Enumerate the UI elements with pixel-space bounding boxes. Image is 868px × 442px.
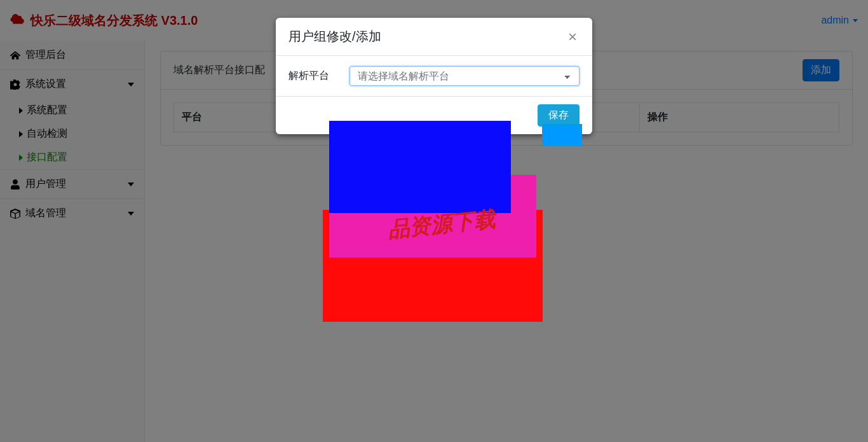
overlay-text-1: K-铭 [332,161,387,198]
overlay-band [542,124,582,146]
platform-select[interactable]: 请选择域名解析平台 [349,66,580,86]
modal-title: 用户组修改/添加 [288,28,381,45]
platform-label: 解析平台 [288,69,339,83]
close-icon[interactable]: × [566,29,580,45]
save-button[interactable]: 保存 [538,104,580,127]
usergroup-modal: 用户组修改/添加 × 解析平台 请选择域名解析平台 保存 [276,18,592,134]
